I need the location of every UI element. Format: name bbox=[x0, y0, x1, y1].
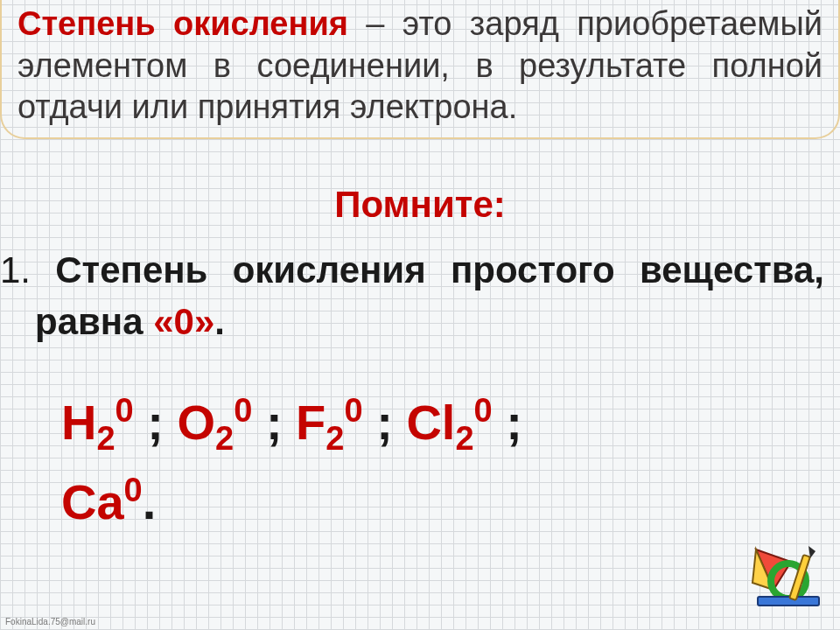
separator: ; bbox=[134, 395, 178, 450]
formula-O2: O20 bbox=[178, 395, 253, 450]
definition-body2: отдачи или принятия электрона. bbox=[18, 87, 822, 129]
separator: ; bbox=[493, 395, 522, 450]
terminator: . bbox=[143, 474, 157, 529]
rule-text-after: . bbox=[214, 301, 225, 342]
rule-text-before: Степень окисления простого вещества, рав… bbox=[31, 249, 824, 342]
rule-number: 1. bbox=[0, 249, 31, 290]
formula-Cl2: Cl20 bbox=[406, 395, 492, 450]
formula-row: H20 ; O20 ; F20 ; Cl20 ; Ca0. bbox=[61, 385, 796, 544]
remember-heading: Помните: bbox=[0, 184, 840, 226]
formula-F2: F20 bbox=[296, 395, 363, 450]
separator: ; bbox=[363, 395, 407, 450]
formula-H2: H20 bbox=[61, 395, 134, 450]
rule-1: 1. Степень окисления простого вещества, … bbox=[0, 245, 824, 348]
formula-Ca: Ca0 bbox=[61, 474, 143, 529]
credit-text: FokinaLida.75@mail.ru bbox=[5, 617, 95, 626]
definition-term: Степень окисления bbox=[18, 5, 348, 42]
separator: ; bbox=[252, 395, 296, 450]
definition-box: Степень окисления – это заряд приобретае… bbox=[0, 0, 840, 139]
stationery-icon bbox=[740, 539, 828, 618]
rule-zero: «0» bbox=[153, 301, 214, 342]
svg-rect-3 bbox=[758, 597, 819, 606]
